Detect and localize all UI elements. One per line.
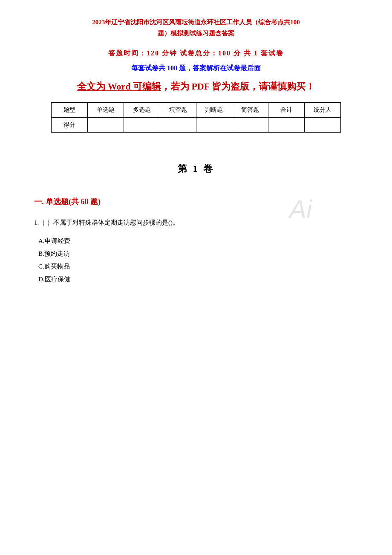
option-b: B.预约走访 bbox=[38, 247, 358, 260]
table-score-row: 得分 bbox=[52, 118, 341, 133]
section-title: 一. 单选题(共 60 题) bbox=[34, 197, 358, 207]
highlight-line: 每套试卷共 100 题，答案解析在试卷最后面 bbox=[34, 64, 358, 73]
table-cell bbox=[268, 118, 305, 133]
score-table: 题型 单选题 多选题 填空题 判断题 简答题 合计 统分人 得分 bbox=[51, 102, 341, 133]
table-cell: 多选题 bbox=[124, 103, 160, 118]
table-cell: 题型 bbox=[52, 103, 88, 118]
table-cell bbox=[305, 118, 341, 133]
table-cell: 填空题 bbox=[160, 103, 196, 118]
word-notice-part2: ，若为 PDF 皆为盗版，请谨慎购买！ bbox=[161, 81, 315, 92]
table-cell: 判断题 bbox=[196, 103, 232, 118]
word-notice-part1: 全文为 Word 可编辑 bbox=[77, 81, 161, 92]
volume-title: 第 1 卷 bbox=[34, 162, 358, 175]
page-wrapper: Ai 2023年辽宁省沈阳市沈河区风雨坛街道永环社区工作人员（综合考点共100 … bbox=[34, 17, 358, 286]
table-cell bbox=[160, 118, 196, 133]
option-a: A.申请经费 bbox=[38, 234, 358, 247]
table-cell: 统分人 bbox=[305, 103, 341, 118]
table-cell: 简答题 bbox=[232, 103, 268, 118]
table-cell: 合计 bbox=[268, 103, 305, 118]
page-title: 2023年辽宁省沈阳市沈河区风雨坛街道永环社区工作人员（综合考点共100 题）模… bbox=[34, 17, 358, 39]
table-header-row: 题型 单选题 多选题 填空题 判断题 简答题 合计 统分人 bbox=[52, 103, 341, 118]
table-cell bbox=[87, 118, 124, 133]
question-block-1: 1.（ ）不属于对特殊群体定期走访慰问步骤的是()。 A.申请经费 B.预约走访… bbox=[34, 217, 358, 286]
option-c: C.购买物品 bbox=[38, 260, 358, 273]
table-cell bbox=[232, 118, 268, 133]
table-cell: 得分 bbox=[52, 118, 88, 133]
table-cell bbox=[124, 118, 160, 133]
question-text-1: 1.（ ）不属于对特殊群体定期走访慰问步骤的是()。 bbox=[34, 217, 358, 228]
exam-info: 答题时间：120 分钟 试卷总分：100 分 共 1 套试卷 bbox=[34, 49, 358, 58]
word-notice: 全文为 Word 可编辑，若为 PDF 皆为盗版，请谨慎购买！ bbox=[34, 79, 358, 94]
table-cell bbox=[196, 118, 232, 133]
option-d: D.医疗保健 bbox=[38, 273, 358, 286]
table-cell: 单选题 bbox=[87, 103, 124, 118]
